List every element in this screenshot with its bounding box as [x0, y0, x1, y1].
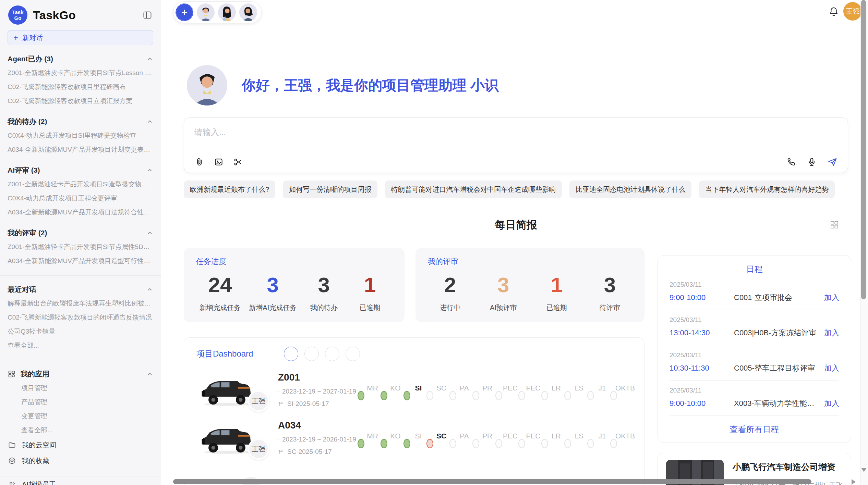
- sidebar-app-item[interactable]: 项目管理: [8, 381, 153, 395]
- sidebar-app-item[interactable]: 查看全部...: [8, 423, 153, 437]
- section-header-agent-done[interactable]: Agent已办 (3): [8, 52, 153, 66]
- sidebar-collapse-icon[interactable]: [142, 10, 153, 20]
- filter-chip[interactable]: [304, 347, 319, 361]
- sidebar-item-label: 我的收藏: [22, 456, 49, 465]
- stat-item: 24 新增完成任务: [200, 272, 241, 312]
- section-list-my-todo: C0X4-动力总成开发项目SI里程碑提交物检查A034-全新新能源MUV产品开发…: [8, 128, 153, 157]
- attachment-icon[interactable]: [194, 157, 205, 167]
- user-avatar[interactable]: 王强: [843, 2, 862, 21]
- join-button[interactable]: 加入: [824, 363, 839, 373]
- input-placeholder: 请输入...: [194, 127, 837, 138]
- section-header-my-apps[interactable]: 我的应用: [8, 367, 153, 381]
- section-title: AI评审 (3): [8, 165, 40, 175]
- sidebar-conversation-item[interactable]: C02-飞腾新能源轻客改款项目立项汇报方案: [8, 94, 153, 108]
- suggestion-chip[interactable]: 如何写一份清晰的项目周报: [283, 181, 377, 198]
- stat-item: 1 已逾期: [351, 272, 389, 312]
- stat-value: 3: [305, 272, 343, 298]
- section-header-recent[interactable]: 最近对话: [8, 283, 153, 296]
- join-button[interactable]: 加入: [824, 328, 839, 338]
- stat-row: 24 新增完成任务 3 新增AI完成任务 3 我的待办 1 已逾期: [196, 272, 392, 312]
- project-owner-badge: 王强: [248, 390, 269, 412]
- agent-avatar-pill: +: [173, 1, 262, 23]
- sidebar-item-label: 我的云空间: [22, 440, 56, 450]
- image-icon[interactable]: [214, 157, 224, 167]
- horizontal-scrollbar-thumb[interactable]: [173, 479, 811, 484]
- schedule-item: 2025/03/11 13:00-14:30 C003|H0B-方案冻结评审 加…: [670, 310, 839, 345]
- owner-name: 王强: [252, 445, 265, 454]
- schedule-title: 日程: [670, 264, 839, 275]
- sidebar-conversation-item[interactable]: Z001-全新燃油轻卡产品开发项目SI节点属性5D文件评审: [8, 240, 153, 254]
- sidebar-conversation-item[interactable]: C02-飞腾新能源轻客改款项目里程碑画布: [8, 80, 153, 94]
- layout-grid-icon[interactable]: [830, 220, 839, 229]
- scroll-down-arrow-icon[interactable]: [861, 468, 867, 472]
- clock-icon: [278, 436, 279, 443]
- sidebar-conversation-item[interactable]: Z001-全新燃油轻卡产品开发项目SI造型提交物评审: [8, 177, 153, 191]
- truck-image: [200, 420, 254, 456]
- card-title: 任务进度: [196, 257, 392, 267]
- notification-bell-icon[interactable]: [828, 6, 839, 17]
- join-button[interactable]: 加入: [824, 398, 839, 409]
- app-title: TaskGo: [33, 9, 142, 22]
- milestone-dot: [472, 391, 479, 400]
- stat-value: 1: [538, 272, 576, 298]
- sidebar-conversation-item[interactable]: C0X4-动力总成开发项目工程变更评审: [8, 191, 153, 205]
- suggestion-chip[interactable]: 欧洲新规最近颁布了什么?: [184, 181, 275, 198]
- phone-icon[interactable]: [786, 157, 796, 167]
- news-title: 小鹏飞行汽车制造公司增资: [733, 461, 843, 473]
- milestone-dot: [449, 439, 456, 448]
- sidebar-conversation-item[interactable]: C02-飞腾新能源轻客改款项目的闭环通告反馈情况: [8, 310, 153, 324]
- vertical-scrollbar-thumb[interactable]: [861, 0, 866, 299]
- flag-icon: [278, 401, 284, 407]
- agent-avatar-2[interactable]: [218, 3, 236, 21]
- filter-chip[interactable]: [346, 347, 360, 361]
- sidebar-conversation-item[interactable]: C0X4-动力总成开发项目SI里程碑提交物检查: [8, 128, 153, 142]
- section-list-my-review: Z001-全新燃油轻卡产品开发项目SI节点属性5D文件评审A034-全新新能源M…: [8, 240, 153, 268]
- sidebar-conversation-item[interactable]: Z001-全新燃油皮卡产品开发项目SI节点Lesson Learn报告: [8, 66, 153, 80]
- greeting-text: 你好，王强，我是你的项目管理助理 小识: [242, 76, 498, 95]
- section-header-ai-review[interactable]: AI评审 (3): [8, 163, 153, 177]
- sidebar-conversation-item[interactable]: A034-全新新能源MUV产品开发项目计划变更表编写: [8, 142, 153, 157]
- assistant-avatar: [187, 65, 227, 105]
- filter-chip[interactable]: [325, 347, 339, 361]
- sidebar-conversation-item[interactable]: A034-全新新能源MUV产品开发项目法规符合性评审: [8, 205, 153, 219]
- section-header-my-review[interactable]: 我的评审 (2): [8, 226, 153, 240]
- agent-avatar-3[interactable]: [239, 3, 257, 21]
- stat-value: 3: [591, 272, 629, 298]
- new-chat-button[interactable]: + 新对话: [8, 30, 153, 45]
- milestone-label: OKTB: [614, 384, 637, 396]
- scroll-right-arrow-icon[interactable]: [852, 479, 856, 485]
- composer-actions: [786, 157, 837, 167]
- suggestion-chip[interactable]: 特朗普可能对进口汽车增税会对中国车企造成哪些影响: [385, 181, 562, 198]
- filter-chip[interactable]: [284, 347, 298, 361]
- milestone-dot: [449, 391, 456, 400]
- sidebar-app-item[interactable]: 变更管理: [8, 409, 153, 423]
- send-icon[interactable]: [827, 157, 837, 167]
- microphone-icon[interactable]: [807, 157, 817, 167]
- sidebar-conversation-item[interactable]: 公司Q3轻卡销量: [8, 324, 153, 338]
- sidebar-app-item[interactable]: 产品管理: [8, 395, 153, 409]
- project-row-z001[interactable]: 王强 Z001 2023-12-19 ~ 2027-01-19 SI-2025-…: [184, 368, 644, 411]
- sidebar-conversation-item[interactable]: A034-全新新能源MUV产品开发项目造型可行性评审: [8, 254, 153, 268]
- join-button[interactable]: 加入: [824, 293, 839, 303]
- owner-name: 王强: [252, 397, 265, 406]
- sidebar-item-favorites[interactable]: 我的收藏: [8, 453, 153, 469]
- sidebar-conversation-item[interactable]: 查看全部...: [8, 338, 153, 352]
- scissors-icon[interactable]: [233, 157, 243, 167]
- section-header-my-todo[interactable]: 我的待办 (2): [8, 115, 153, 128]
- stat-item: 3 新增AI完成任务: [249, 272, 297, 312]
- chat-input-box[interactable]: 请输入...: [184, 117, 848, 173]
- stat-label: 我的待办: [305, 303, 343, 312]
- view-all-schedule-link[interactable]: 查看所有日程: [670, 424, 839, 435]
- sidebar-item-cloud-space[interactable]: 我的云空间: [8, 437, 153, 453]
- milestone-dot: [426, 439, 433, 448]
- agent-avatar-1[interactable]: [197, 3, 215, 21]
- schedule-time: 13:00-14:30: [670, 328, 734, 337]
- suggestion-chip[interactable]: 比亚迪全固态电池计划具体说了什么: [569, 181, 691, 198]
- sidebar-conversation-item[interactable]: 解释最新出台的欧盟报废车法规再生塑料比例被调至15%...: [8, 296, 153, 310]
- suggestion-chip[interactable]: 当下年轻人对汽车外观有怎样的喜好趋势: [699, 181, 835, 198]
- sidebar-item-ai-super-staff[interactable]: AI超级员工: [8, 476, 153, 485]
- project-dates-text: 2023-12-19 ~ 2027-01-19: [282, 388, 356, 395]
- composer-tools: [194, 157, 243, 167]
- add-agent-button[interactable]: +: [176, 3, 193, 21]
- project-row-a034[interactable]: 王强 A034 2023-12-19 ~ 2026-01-19 SC-2025-…: [184, 416, 644, 459]
